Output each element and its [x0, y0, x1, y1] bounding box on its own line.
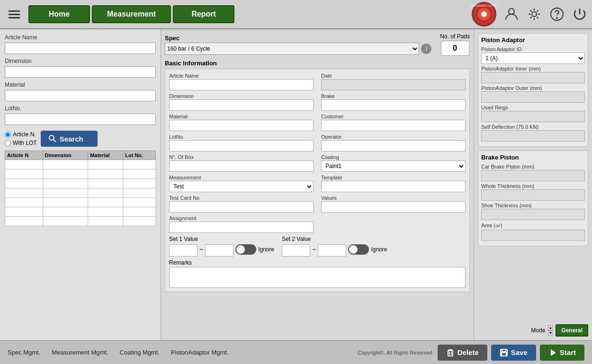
- settings-button[interactable]: [527, 7, 542, 22]
- set1-max-input[interactable]: [205, 244, 233, 257]
- piston-id-select[interactable]: 1 (A)2 (B)3 (C): [481, 53, 585, 64]
- field-values-input[interactable]: [321, 201, 466, 213]
- field-brake-input[interactable]: [321, 99, 466, 111]
- power-button[interactable]: [572, 7, 587, 22]
- mode-label: Mode: [531, 327, 545, 334]
- field-operator-input[interactable]: [321, 140, 466, 151]
- field-article-name-input[interactable]: [169, 79, 314, 90]
- field-lotno: LotNo.: [169, 134, 314, 151]
- set1-toggle[interactable]: [235, 244, 256, 255]
- help-button[interactable]: [549, 7, 565, 22]
- info-icon[interactable]: i: [421, 44, 431, 54]
- set2-toggle[interactable]: [348, 244, 369, 255]
- field-measurement-label: Measurement: [169, 175, 314, 180]
- table-row[interactable]: [5, 160, 156, 169]
- svg-point-0: [509, 9, 514, 14]
- piston-outer-input[interactable]: [481, 91, 585, 103]
- main-content: Article Name Dimension Material LotNo. A…: [0, 29, 592, 340]
- table-cell: [88, 169, 123, 179]
- col-lot-no: Lot No.: [123, 151, 156, 160]
- field-article-name-label: Article Name: [169, 73, 314, 79]
- field-assignment-label: Assignment: [169, 215, 314, 221]
- coating-mgmt-link[interactable]: Coating Mgmt.: [120, 349, 160, 356]
- svg-point-3: [556, 18, 557, 18]
- remarks-group: Remarks: [169, 259, 466, 288]
- set1-min-input[interactable]: [169, 244, 197, 257]
- basic-info-title: Basic Information: [165, 60, 470, 67]
- whole-thickness-input[interactable]: [481, 189, 585, 201]
- spec-row: Spec 160 bar / 6 Cycle200 bar / 6 Cycle1…: [165, 33, 470, 56]
- field-template-input[interactable]: [321, 181, 466, 192]
- spec-select[interactable]: 160 bar / 6 Cycle200 bar / 6 Cycle120 ba…: [165, 43, 419, 55]
- table-row[interactable]: [5, 169, 156, 179]
- material-input[interactable]: [5, 90, 156, 101]
- set2-max-input[interactable]: [318, 244, 346, 257]
- field-material-input[interactable]: [169, 120, 314, 131]
- pads-input[interactable]: [441, 41, 469, 56]
- search-button[interactable]: Search: [41, 131, 98, 147]
- dimension-input[interactable]: [5, 66, 156, 78]
- basic-info-section: Basic Information Article Name Date Dime…: [165, 59, 470, 292]
- radio-article-item[interactable]: Article N.: [5, 131, 37, 138]
- self-deflection-input[interactable]: [481, 130, 585, 142]
- field-dimension-input[interactable]: [169, 99, 314, 111]
- field-assignment-input[interactable]: [169, 222, 314, 233]
- bottom-actions: Copyright©. All Rights Reserved. Delete …: [358, 345, 584, 361]
- piston-adaptor-mgmt-link[interactable]: PistonAdaptor Mgmt.: [171, 349, 228, 356]
- basic-info-grid: Article Name Date Dimension Brake: [169, 73, 466, 233]
- radio-article[interactable]: [5, 132, 11, 138]
- article-name-input[interactable]: [5, 43, 156, 54]
- field-customer: Customer: [321, 114, 466, 131]
- table-cell: [88, 160, 123, 169]
- table-row[interactable]: [5, 198, 156, 207]
- field-article-name: Article Name: [169, 73, 314, 90]
- col-dimension: Dimension: [43, 151, 88, 160]
- field-test-card-no-input[interactable]: [169, 201, 314, 213]
- delete-button[interactable]: Delete: [438, 345, 487, 361]
- car-brake-input[interactable]: [481, 170, 585, 181]
- field-nof-box-input[interactable]: [169, 160, 314, 172]
- table-cell: [123, 198, 156, 207]
- table-cell: [123, 179, 156, 188]
- brake-piston-title: Brake Piston: [481, 154, 585, 161]
- report-button[interactable]: Report: [173, 5, 234, 23]
- mode-general-button[interactable]: General: [556, 324, 588, 337]
- table-row[interactable]: [5, 207, 156, 217]
- radio-lot-item[interactable]: With LOT: [5, 140, 37, 146]
- measurement-mgmt-link[interactable]: Measurement Mgmt.: [52, 349, 108, 356]
- field-date-label: Date: [321, 73, 466, 79]
- area-input[interactable]: [481, 230, 585, 241]
- field-customer-input[interactable]: [321, 120, 466, 131]
- set2-min-input[interactable]: [282, 244, 310, 257]
- lotno-input[interactable]: [5, 114, 156, 125]
- mode-up-button[interactable]: ▲: [548, 325, 553, 330]
- table-row[interactable]: [5, 179, 156, 188]
- shoe-thickness-input[interactable]: [481, 209, 585, 220]
- article-name-group: Article Name: [5, 34, 156, 54]
- field-nof-box-label: N°. Of Box: [169, 154, 314, 160]
- start-button[interactable]: Start: [540, 345, 584, 361]
- home-button[interactable]: Home: [28, 5, 90, 23]
- user-button[interactable]: [504, 7, 519, 22]
- mode-stepper[interactable]: ▲ ▼: [548, 325, 553, 336]
- field-lotno-input[interactable]: [169, 140, 314, 151]
- emergency-stop-button[interactable]: EMERGENCY STOP: [472, 2, 496, 27]
- field-measurement-select[interactable]: TestProductionCalibration: [169, 181, 314, 192]
- piston-inner-input[interactable]: [481, 72, 585, 83]
- field-coating-select[interactable]: Paint1Paint2None: [321, 160, 466, 172]
- table-row[interactable]: [5, 217, 156, 226]
- used-rings-input[interactable]: [481, 111, 585, 122]
- table-cell: [43, 179, 88, 188]
- measurement-button[interactable]: Measurement: [92, 5, 171, 23]
- radio-lot[interactable]: [5, 140, 11, 146]
- mode-down-button[interactable]: ▼: [548, 330, 553, 336]
- hamburger-menu[interactable]: [5, 7, 24, 22]
- set1-ignore-label: Ignore: [258, 246, 274, 253]
- spec-mgmt-link[interactable]: Spec Mgmt.: [8, 349, 40, 356]
- field-date-input[interactable]: [321, 79, 466, 90]
- table-row[interactable]: [5, 188, 156, 198]
- table-cell: [5, 188, 43, 198]
- remarks-textarea[interactable]: [169, 267, 466, 288]
- field-dimension: Dimension: [169, 93, 314, 111]
- save-button[interactable]: Save: [491, 345, 536, 361]
